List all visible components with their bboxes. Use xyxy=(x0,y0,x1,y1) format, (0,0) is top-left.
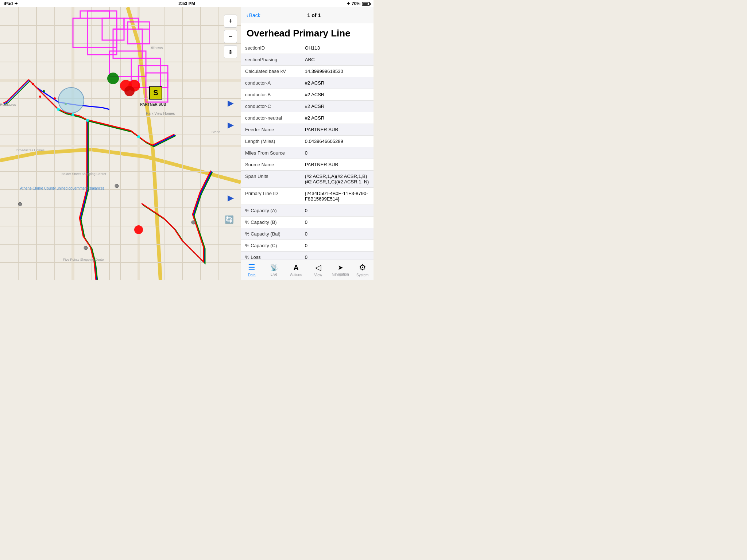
svg-point-44 xyxy=(39,96,41,98)
tab-data[interactable]: ☰ Data xyxy=(241,263,263,277)
svg-point-38 xyxy=(71,113,74,116)
battery-percent: 70% xyxy=(352,1,360,6)
table-row: % Capacity (C)0 xyxy=(241,240,374,252)
system-icon: ⚙ xyxy=(359,263,366,272)
map-area[interactable]: S PARTNER SUB Athens-Clarke County unifi… xyxy=(0,7,241,280)
svg-point-64 xyxy=(191,221,195,224)
tab-system-label: System xyxy=(356,273,368,277)
prop-value: 0 xyxy=(301,252,374,260)
prop-value: #2 ACSR xyxy=(301,89,374,101)
zoom-out-button[interactable]: − xyxy=(224,30,237,43)
svg-text:Five Points Shopping Center: Five Points Shopping Center xyxy=(63,258,105,261)
svg-text:Park View Homes: Park View Homes xyxy=(146,112,175,116)
prop-key: Calculated base kV xyxy=(241,66,301,77)
prop-value: 14.399999618530 xyxy=(301,66,374,77)
prop-key: % Capacity (Bal) xyxy=(241,228,301,240)
tab-navigation[interactable]: ➤ Navigation xyxy=(329,264,352,276)
prop-value: PARTNER SUB xyxy=(301,124,374,136)
panel-title: Overhead Primary Line xyxy=(241,23,374,42)
svg-point-46 xyxy=(107,73,119,84)
data-icon: ☰ xyxy=(248,263,255,272)
prop-key: % Capacity (B) xyxy=(241,217,301,228)
table-row: sectionPhasingABC xyxy=(241,54,374,66)
nav-bar: ‹ Back 1 of 1 xyxy=(241,7,374,23)
svg-point-42 xyxy=(54,97,56,100)
arrow-right-3: ▶ xyxy=(228,193,234,203)
table-row: conductor-B#2 ACSR xyxy=(241,89,374,101)
table-row: conductor-A#2 ACSR xyxy=(241,77,374,89)
svg-point-61 xyxy=(115,184,119,188)
prop-key: sectionPhasing xyxy=(241,54,301,66)
table-row: % Loss0 xyxy=(241,252,374,260)
back-button[interactable]: ‹ Back xyxy=(247,12,260,18)
svg-point-36 xyxy=(57,108,60,111)
table-row: conductor-C#2 ACSR xyxy=(241,101,374,112)
tab-actions[interactable]: A Actions xyxy=(285,264,307,277)
prop-value: #2 ACSR xyxy=(301,77,374,89)
detail-panel: ‹ Back 1 of 1 Overhead Primary Line sect… xyxy=(241,7,374,280)
actions-icon: A xyxy=(293,264,298,272)
prop-key: Miles From Source xyxy=(241,147,301,159)
prop-key: conductor-neutral xyxy=(241,112,301,124)
prop-key: % Capacity (A) xyxy=(241,205,301,217)
prop-value: ABC xyxy=(301,54,374,66)
map-svg: S PARTNER SUB Athens-Clarke County unifi… xyxy=(0,7,241,280)
prop-value: PARTNER SUB xyxy=(301,159,374,171)
svg-text:Athens: Athens xyxy=(151,46,163,50)
prop-key: % Loss xyxy=(241,252,301,260)
prop-key: Primary Line ID xyxy=(241,188,301,205)
ipad-label: iPad ✦ xyxy=(4,1,18,6)
svg-point-37 xyxy=(86,119,89,122)
tab-view[interactable]: ◁ View xyxy=(307,263,329,277)
tab-live[interactable]: 📡 Live xyxy=(263,264,285,276)
properties-table: sectionIDOH113sectionPhasingABCCalculate… xyxy=(241,42,374,260)
table-row: % Capacity (B)0 xyxy=(241,217,374,228)
table-row: sectionIDOH113 xyxy=(241,42,374,54)
svg-point-62 xyxy=(18,202,22,206)
prop-key: Source Name xyxy=(241,159,301,171)
svg-text:Baxter Street Shopping Center: Baxter Street Shopping Center xyxy=(62,172,107,176)
prop-value: 0 xyxy=(301,240,374,252)
svg-text:S: S xyxy=(153,89,158,97)
tab-system[interactable]: ⚙ System xyxy=(351,263,374,277)
status-left: iPad ✦ xyxy=(4,1,126,6)
svg-point-50 xyxy=(134,225,143,234)
table-row: Primary Line ID{2434D501-4B0E-11E3-8790-… xyxy=(241,188,374,205)
tab-view-label: View xyxy=(314,273,322,277)
prop-key: conductor-A xyxy=(241,77,301,89)
prop-key: sectionID xyxy=(241,42,301,54)
prop-value: #2 ACSR xyxy=(301,101,374,112)
tab-bar: ☰ Data 📡 Live A Actions ◁ View ➤ Navigat… xyxy=(241,260,374,280)
svg-point-40 xyxy=(32,83,34,85)
back-label: Back xyxy=(249,12,260,18)
prop-value: 0 xyxy=(301,228,374,240)
svg-text:Stone: Stone xyxy=(212,130,220,134)
svg-text:PARTNER SUB: PARTNER SUB xyxy=(140,102,166,106)
arrow-right-2: ▶ xyxy=(228,120,234,130)
prop-key: % Capacity (C) xyxy=(241,240,301,252)
tab-navigation-label: Navigation xyxy=(332,272,349,276)
prop-value: #2 ACSR xyxy=(301,112,374,124)
table-row: conductor-neutral#2 ACSR xyxy=(241,112,374,124)
view-icon: ◁ xyxy=(315,263,321,272)
status-bar: iPad ✦ 2:53 PM ✦ 70% xyxy=(0,0,374,7)
svg-point-45 xyxy=(58,88,84,113)
location-button[interactable]: ⊕ xyxy=(224,45,237,58)
prop-value: {2434D501-4B0E-11E3-8790-F8B15699E514} xyxy=(301,188,374,205)
navigation-icon: ➤ xyxy=(338,264,343,272)
battery-icon xyxy=(362,2,370,6)
table-row: Feeder NamePARTNER SUB xyxy=(241,124,374,136)
refresh-icon: 🔄 xyxy=(225,215,234,224)
svg-point-63 xyxy=(84,246,88,250)
properties-scroll[interactable]: sectionIDOH113sectionPhasingABCCalculate… xyxy=(241,42,374,260)
page-count: 1 of 1 xyxy=(260,12,368,18)
table-row: Miles From Source0 xyxy=(241,147,374,159)
zoom-in-button[interactable]: + xyxy=(224,15,237,28)
status-time: 2:53 PM xyxy=(126,1,248,6)
prop-value: 0 xyxy=(301,147,374,159)
table-row: Calculated base kV14.399999618530 xyxy=(241,66,374,77)
table-row: Source NamePARTNER SUB xyxy=(241,159,374,171)
table-row: Length (Miles)0.0439646605289 xyxy=(241,136,374,147)
svg-text:Athens-Clarke County unified g: Athens-Clarke County unified government … xyxy=(20,186,104,190)
table-row: % Capacity (A)0 xyxy=(241,205,374,217)
